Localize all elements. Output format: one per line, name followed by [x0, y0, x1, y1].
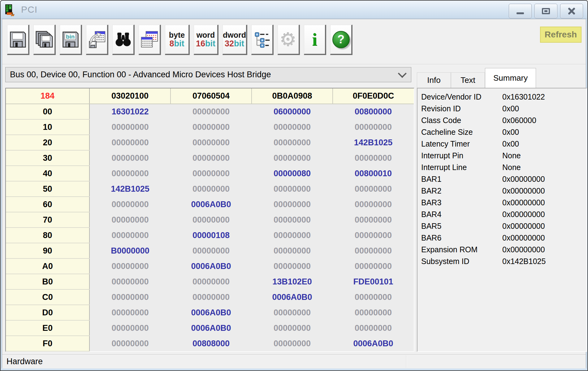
hex-cell[interactable]: 0006A0B0 — [171, 197, 252, 212]
hex-cell[interactable]: 00000000 — [89, 305, 171, 320]
help-button[interactable]: ? — [330, 25, 352, 55]
hex-cell[interactable]: 00000000 — [171, 289, 252, 305]
summary-value: 0x00000000 — [502, 244, 545, 255]
save-binary-button[interactable]: bin — [60, 25, 82, 55]
tab-info[interactable]: Info — [417, 72, 451, 88]
hex-row-70: 7000000000000000000000000000000000 — [6, 212, 414, 228]
save-all-button[interactable] — [33, 25, 56, 55]
hex-row-F0: F00000000000808000000000000006A0B0 — [6, 336, 414, 351]
pci-window: PCI — [0, 0, 588, 371]
hex-cell[interactable]: 00000000 — [252, 197, 333, 212]
hex-cell[interactable]: 00000000 — [333, 320, 414, 336]
refresh-button[interactable]: Refresh — [540, 27, 582, 43]
hex-row-10: 1000000000000000000000000000000000 — [6, 119, 414, 135]
hex-cell[interactable]: 00000000 — [252, 336, 333, 351]
minimize-button[interactable] — [509, 4, 532, 18]
hex-cell[interactable]: 00000000 — [333, 228, 414, 243]
hex-cell[interactable]: 0006A0B0 — [333, 336, 414, 351]
hex-cell[interactable]: 00800010 — [333, 166, 414, 181]
hex-cell[interactable]: 00000000 — [89, 274, 171, 289]
device-selector[interactable]: Bus 00, Device 00, Function 00 - Advance… — [5, 67, 411, 82]
tab-summary[interactable]: Summary — [485, 68, 536, 88]
fill-table-button[interactable] — [139, 25, 161, 55]
summary-row: Subsystem ID0x142B1025 — [421, 255, 586, 267]
hex-cell[interactable]: 00000000 — [252, 305, 333, 320]
hex-cell[interactable]: 00000000 — [171, 119, 252, 135]
hex-cell[interactable]: 00000080 — [252, 166, 333, 181]
save-button[interactable] — [7, 25, 29, 55]
hex-cell[interactable]: 00000000 — [252, 320, 333, 336]
hex-cell[interactable]: 00000000 — [89, 336, 171, 351]
hex-cell[interactable]: 00000000 — [333, 181, 414, 197]
hex-cell[interactable]: 00000000 — [252, 181, 333, 197]
hex-cell[interactable]: 00000000 — [333, 197, 414, 212]
hex-cell[interactable]: 00000000 — [171, 243, 252, 258]
word-16bit-button[interactable]: word 16bit — [194, 25, 218, 55]
hex-cell[interactable]: 00800000 — [333, 104, 414, 119]
hex-cell[interactable]: 00000000 — [89, 197, 171, 212]
hex-cell[interactable]: 00000000 — [89, 166, 171, 181]
hex-cell[interactable]: 0006A0B0 — [171, 258, 252, 274]
hex-cell[interactable]: 0006A0B0 — [171, 305, 252, 320]
hex-cell[interactable]: 00000000 — [252, 228, 333, 243]
hex-cell[interactable]: 00000000 — [89, 289, 171, 305]
hex-cell[interactable]: 00000000 — [252, 119, 333, 135]
hex-cell[interactable]: 00000000 — [333, 258, 414, 274]
hex-cell[interactable]: 00000000 — [252, 150, 333, 166]
hex-cell[interactable]: 00000000 — [333, 243, 414, 258]
hex-cell[interactable]: 00000000 — [252, 212, 333, 228]
hex-row-C0: C000000000000000000006A0B000000000 — [6, 289, 414, 305]
tree-view-button[interactable] — [251, 25, 274, 55]
hex-cell[interactable]: 142B1025 — [89, 181, 171, 197]
hex-cell[interactable]: 00000000 — [333, 305, 414, 320]
hex-cell[interactable]: 00000000 — [89, 320, 171, 336]
close-button[interactable] — [560, 4, 583, 18]
hex-cell[interactable]: 00000000 — [171, 166, 252, 181]
hex-cell[interactable]: 00000000 — [89, 119, 171, 135]
hex-cell[interactable]: 0006A0B0 — [252, 289, 333, 305]
hex-cell[interactable]: 00000000 — [89, 212, 171, 228]
summary-label: BAR2 — [421, 185, 502, 197]
hex-cell[interactable]: 00000000 — [89, 150, 171, 166]
summary-row: Interrupt PinNone — [421, 150, 586, 161]
export-button[interactable] — [86, 25, 108, 55]
info-button[interactable]: i — [304, 25, 326, 55]
hex-row-80: 8000000000000001080000000000000000 — [6, 228, 414, 243]
hex-cell[interactable]: 00000000 — [252, 135, 333, 150]
hex-cell[interactable]: 00000000 — [333, 119, 414, 135]
hex-cell[interactable]: 142B1025 — [333, 135, 414, 150]
hex-cell[interactable]: 0006A0B0 — [171, 320, 252, 336]
hex-cell[interactable]: 00000000 — [171, 274, 252, 289]
hex-cell[interactable]: FDE00101 — [333, 274, 414, 289]
find-button[interactable] — [112, 25, 135, 55]
hex-cell[interactable]: 00000000 — [171, 135, 252, 150]
hex-cell[interactable]: 06000000 — [252, 104, 333, 119]
hex-cell[interactable]: 00000000 — [252, 243, 333, 258]
hex-cell[interactable]: 00000000 — [252, 258, 333, 274]
byte-8bit-button[interactable]: byte 8bit — [165, 25, 190, 55]
hex-cell[interactable]: 00000000 — [171, 212, 252, 228]
hex-cell[interactable]: 00000000 — [171, 181, 252, 197]
hex-header-col: 0F0E0D0C — [333, 88, 414, 104]
hex-row-address: 10 — [6, 119, 89, 135]
hex-cell[interactable]: 00000000 — [89, 228, 171, 243]
tab-text[interactable]: Text — [451, 72, 485, 88]
close-icon — [568, 8, 576, 15]
hex-cell[interactable]: 00000000 — [171, 150, 252, 166]
summary-value: 0x142B1025 — [502, 255, 546, 267]
hex-cell[interactable]: B0000000 — [89, 243, 171, 258]
hex-cell[interactable]: 16301022 — [89, 104, 171, 119]
hex-cell[interactable]: 00000000 — [89, 258, 171, 274]
hex-cell[interactable]: 00000108 — [171, 228, 252, 243]
hex-cell[interactable]: 00000000 — [333, 289, 414, 305]
hex-cell[interactable]: 00000000 — [89, 135, 171, 150]
hex-row-address: D0 — [6, 305, 89, 320]
summary-panel: Device/Vendor ID0x16301022Revision ID0x0… — [417, 88, 587, 352]
hex-cell[interactable]: 13B102E0 — [252, 274, 333, 289]
dword-32bit-button[interactable]: dword 32bit — [223, 25, 247, 55]
maximize-button[interactable] — [534, 4, 557, 18]
hex-cell[interactable]: 00000000 — [171, 104, 252, 119]
hex-cell[interactable]: 00808000 — [171, 336, 252, 351]
hex-cell[interactable]: 00000000 — [333, 212, 414, 228]
hex-cell[interactable]: 00000000 — [333, 150, 414, 166]
